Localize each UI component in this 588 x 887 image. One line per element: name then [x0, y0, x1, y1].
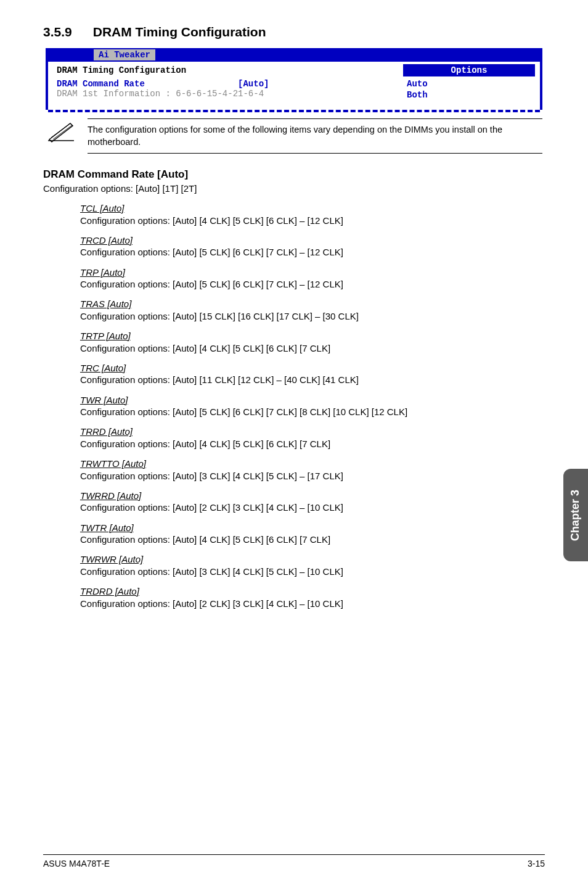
note-text: The configuration options for some of th…	[88, 118, 542, 154]
page-footer: ASUS M4A78T-E 3-15	[43, 854, 545, 868]
param-trtp: TRTP [Auto] Configuration options: [Auto…	[80, 330, 545, 355]
param-conf: Configuration options: [Auto] [4 CLK] [5…	[80, 342, 545, 355]
param-trc: TRC [Auto] Configuration options: [Auto]…	[80, 362, 545, 387]
param-twtr: TWTR [Auto] Configuration options: [Auto…	[80, 522, 545, 547]
heading-dram-command-rate: DRAM Command Rate [Auto]	[43, 168, 545, 181]
param-tras: TRAS [Auto] Configuration options: [Auto…	[80, 298, 545, 323]
chapter-side-tab-label: Chapter 3	[570, 489, 582, 540]
param-conf: Configuration options: [Auto] [5 CLK] [6…	[80, 246, 545, 258]
bios-options-pane: Options Auto Both	[398, 62, 540, 110]
bios-panel-title: DRAM Timing Configuration	[57, 65, 392, 75]
param-trdrd: TRDRD [Auto] Configuration options: [Aut…	[80, 585, 545, 610]
param-title: TRP [Auto]	[80, 266, 545, 279]
param-trrd: TRRD [Auto] Configuration options: [Auto…	[80, 426, 545, 450]
bios-option-both[interactable]: Both	[403, 90, 535, 101]
bios-field-label: DRAM Command Rate	[57, 79, 145, 89]
param-title: TRDRD [Auto]	[80, 585, 545, 598]
param-title: TRCD [Auto]	[80, 234, 545, 247]
note-block: The configuration options for some of th…	[46, 118, 542, 154]
section-heading: 3.5.9DRAM Timing Configuration	[43, 25, 545, 39]
param-trwtto: TRWTTO [Auto] Configuration options: [Au…	[80, 458, 545, 482]
svg-marker-1	[49, 123, 73, 142]
param-title: TWRWR [Auto]	[80, 553, 545, 566]
bios-option-auto[interactable]: Auto	[403, 79, 535, 90]
bios-field-value: [Auto]	[238, 79, 269, 89]
param-conf: Configuration options: [Auto] [4 CLK] [5…	[80, 438, 545, 450]
param-conf: Configuration options: [Auto] [11 CLK] […	[80, 374, 545, 386]
param-conf: Configuration options: [Auto] [15 CLK] […	[80, 310, 545, 323]
param-title: TRC [Auto]	[80, 362, 545, 374]
bios-tab-ai-tweaker[interactable]: Ai Tweaker	[94, 49, 155, 60]
section-number: 3.5.9	[43, 25, 72, 39]
param-title: TRAS [Auto]	[80, 298, 545, 310]
bios-panel: Ai Tweaker DRAM Timing Configuration DRA…	[46, 48, 542, 110]
param-conf: Configuration options: [Auto] [3 CLK] [4…	[80, 470, 545, 482]
param-twrwr: TWRWR [Auto] Configuration options: [Aut…	[80, 553, 545, 578]
param-twr: TWR [Auto] Configuration options: [Auto]…	[80, 394, 545, 419]
chapter-side-tab: Chapter 3	[563, 469, 588, 561]
param-title: TRWTTO [Auto]	[80, 458, 545, 470]
conf-dram-command-rate: Configuration options: [Auto] [1T] [2T]	[43, 183, 545, 194]
param-title: TWRRD [Auto]	[80, 490, 545, 502]
param-trcd: TRCD [Auto] Configuration options: [Auto…	[80, 234, 545, 259]
bios-left-pane: DRAM Timing Configuration DRAM Command R…	[48, 62, 398, 110]
param-trp: TRP [Auto] Configuration options: [Auto]…	[80, 266, 545, 291]
param-title: TWTR [Auto]	[80, 522, 545, 534]
svg-line-3	[53, 125, 72, 139]
param-title: TWR [Auto]	[80, 394, 545, 406]
param-title: TCL [Auto]	[80, 202, 545, 215]
param-conf: Configuration options: [Auto] [4 CLK] [5…	[80, 534, 545, 546]
param-title: TRRD [Auto]	[80, 426, 545, 438]
param-conf: Configuration options: [Auto] [5 CLK] [6…	[80, 406, 545, 418]
param-twrrd: TWRRD [Auto] Configuration options: [Aut…	[80, 490, 545, 514]
bios-bottom-border	[48, 110, 540, 112]
param-conf: Configuration options: [Auto] [2 CLK] [3…	[80, 598, 545, 610]
pen-note-icon	[46, 118, 76, 146]
param-conf: Configuration options: [Auto] [5 CLK] [6…	[80, 278, 545, 291]
bios-field-dram-command-rate[interactable]: DRAM Command Rate [Auto]	[57, 79, 392, 89]
bios-options-header: Options	[403, 64, 535, 76]
footer-model: ASUS M4A78T-E	[43, 859, 110, 868]
param-title: TRTP [Auto]	[80, 330, 545, 342]
footer-page-number: 3-15	[528, 859, 545, 868]
section-title: DRAM Timing Configuration	[93, 25, 266, 39]
param-tcl: TCL [Auto] Configuration options: [Auto]…	[80, 202, 545, 227]
param-conf: Configuration options: [Auto] [3 CLK] [4…	[80, 566, 545, 578]
bios-tab-row: Ai Tweaker	[48, 48, 540, 62]
param-conf: Configuration options: [Auto] [4 CLK] [5…	[80, 215, 545, 227]
bios-info-line: DRAM 1st Information : 6-6-6-15-4-21-6-4	[57, 89, 392, 99]
param-conf: Configuration options: [Auto] [2 CLK] [3…	[80, 501, 545, 514]
